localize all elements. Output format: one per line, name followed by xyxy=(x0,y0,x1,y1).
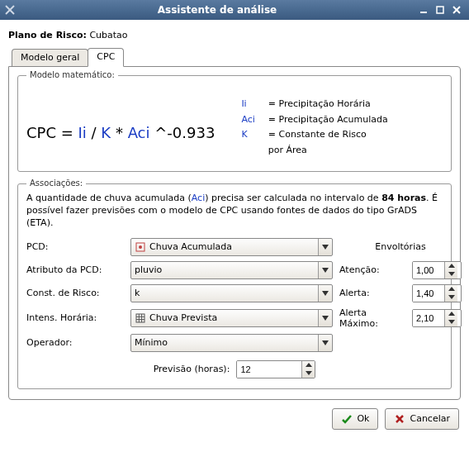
svg-marker-8 xyxy=(322,245,329,250)
risk-plan-line: Plano de Risco: Cubatao xyxy=(8,30,461,40)
fieldset-assoc-legend: Associações: xyxy=(26,178,86,188)
formula-prefix: CPC = xyxy=(26,124,78,141)
dropdown-icon[interactable] xyxy=(318,335,331,351)
combo-intens[interactable]: Chuva Prevista xyxy=(130,309,333,327)
spin-down-icon[interactable] xyxy=(445,293,457,302)
label-intens: Intens. Horária: xyxy=(26,312,124,323)
combo-const-text: k xyxy=(135,288,315,298)
legend-aci-label: Aci xyxy=(241,113,261,127)
grid-icon xyxy=(135,312,146,324)
legend-li-desc: = Precipitação Horária xyxy=(268,98,388,112)
spin-up-icon[interactable] xyxy=(445,285,457,293)
spin-alerta[interactable] xyxy=(412,284,462,302)
cancel-icon xyxy=(394,413,405,425)
risk-plan-value: Cubatao xyxy=(89,30,127,40)
button-bar: Ok Cancelar xyxy=(8,400,461,438)
app-icon xyxy=(3,3,17,17)
formula-li: Ii xyxy=(78,124,87,141)
svg-point-7 xyxy=(139,245,142,249)
formula-aci: Aci xyxy=(128,124,150,141)
ok-button[interactable]: Ok xyxy=(332,408,378,430)
legend-k-desc2: por Área xyxy=(268,144,388,158)
combo-pcd-text: Chuva Acumulada xyxy=(149,241,315,252)
svg-marker-14 xyxy=(448,295,455,299)
spin-alerta-max[interactable] xyxy=(412,309,462,327)
previsao-row: Previsão (horas): xyxy=(26,360,443,378)
sensor-icon xyxy=(135,241,146,253)
label-alerta-max: Alerta Máximo: xyxy=(339,307,405,329)
env-header: Envoltórias xyxy=(339,241,462,252)
label-previsao: Previsão (horas): xyxy=(154,364,230,374)
dropdown-icon[interactable] xyxy=(318,262,331,278)
tab-panel-cpc: Modelo matemático: CPC = Ii / K * Aci ^-… xyxy=(8,66,461,400)
svg-rect-3 xyxy=(437,7,443,13)
formula-text: CPC = Ii / K * Aci ^-0.933 xyxy=(26,96,215,161)
assoc-form-grid: PCD: Chuva Acumulada Envoltórias Atribut… xyxy=(26,238,443,352)
legend-k-desc: = Constante de Risco xyxy=(268,128,388,142)
fieldset-assoc: Associações: A quantidade de chuva acumu… xyxy=(17,183,452,389)
combo-intens-text: Chuva Prevista xyxy=(149,312,315,323)
fieldset-math: Modelo matemático: CPC = Ii / K * Aci ^-… xyxy=(17,75,452,172)
svg-marker-9 xyxy=(322,268,329,273)
titlebar: Assistente de análise xyxy=(0,0,469,20)
cancel-button-label: Cancelar xyxy=(410,413,450,424)
spin-previsao[interactable] xyxy=(236,360,315,378)
combo-pcd[interactable]: Chuva Acumulada xyxy=(130,238,333,256)
svg-marker-13 xyxy=(448,287,455,291)
spin-down-icon[interactable] xyxy=(302,369,315,378)
spin-alerta-max-input[interactable] xyxy=(413,310,444,326)
formula-k: K xyxy=(101,124,111,141)
minimize-button[interactable] xyxy=(416,3,431,17)
close-button[interactable] xyxy=(449,3,464,17)
check-icon xyxy=(341,413,353,425)
spin-down-icon[interactable] xyxy=(445,270,457,278)
cancel-button[interactable]: Cancelar xyxy=(385,408,459,430)
spin-atencao-input[interactable] xyxy=(413,262,444,278)
svg-marker-23 xyxy=(322,340,329,345)
fieldset-math-legend: Modelo matemático: xyxy=(26,70,118,79)
tab-strip: Modelo geral CPC xyxy=(8,47,461,66)
assoc-description: A quantidade de chuva acumulada (Aci) pr… xyxy=(26,193,443,230)
tab-container: Modelo geral CPC Modelo matemático: CPC … xyxy=(8,47,461,400)
svg-marker-21 xyxy=(448,312,455,316)
svg-marker-25 xyxy=(306,371,312,375)
tab-cpc[interactable]: CPC xyxy=(88,48,124,67)
dropdown-icon[interactable] xyxy=(318,310,331,326)
combo-operator[interactable]: Mínimo xyxy=(130,334,333,352)
dropdown-icon[interactable] xyxy=(318,239,331,255)
legend-k-label: K xyxy=(241,128,261,142)
formula-sep2: * xyxy=(111,124,127,141)
maximize-button[interactable] xyxy=(433,3,448,17)
label-atencao: Atenção: xyxy=(339,264,405,275)
spin-alerta-input[interactable] xyxy=(413,285,444,302)
risk-plan-label: Plano de Risco: xyxy=(8,30,87,40)
formula-legend-table: Ii= Precipitação Horária Aci= Precipitaç… xyxy=(239,96,389,159)
spin-previsao-input[interactable] xyxy=(237,361,301,378)
dropdown-icon[interactable] xyxy=(318,285,331,302)
label-pcd: PCD: xyxy=(26,241,124,252)
svg-marker-10 xyxy=(448,264,455,268)
label-operator: Operador: xyxy=(26,337,124,348)
spin-up-icon[interactable] xyxy=(445,310,457,318)
client-area: Plano de Risco: Cubatao Modelo geral CPC… xyxy=(0,20,469,476)
label-const: Const. de Risco: xyxy=(26,288,124,298)
spin-up-icon[interactable] xyxy=(445,262,457,270)
formula-exp: ^-0.933 xyxy=(150,124,216,141)
svg-rect-15 xyxy=(136,314,144,322)
ok-button-label: Ok xyxy=(357,413,369,424)
tab-general[interactable]: Modelo geral xyxy=(12,49,88,66)
svg-marker-12 xyxy=(322,291,329,296)
spin-down-icon[interactable] xyxy=(445,318,457,326)
formula-sep1: / xyxy=(87,124,102,141)
legend-aci-desc: = Precipitação Acumulada xyxy=(268,113,388,127)
combo-operator-text: Mínimo xyxy=(135,337,315,348)
combo-const[interactable]: k xyxy=(130,284,333,302)
combo-attr[interactable]: pluvio xyxy=(130,261,333,279)
spin-up-icon[interactable] xyxy=(302,361,315,369)
combo-attr-text: pluvio xyxy=(135,264,315,275)
svg-marker-11 xyxy=(448,272,455,276)
spin-atencao[interactable] xyxy=(412,261,462,279)
window-title: Assistente de análise xyxy=(20,4,415,16)
svg-marker-24 xyxy=(306,363,312,367)
label-attr: Atributo da PCD: xyxy=(26,264,124,275)
